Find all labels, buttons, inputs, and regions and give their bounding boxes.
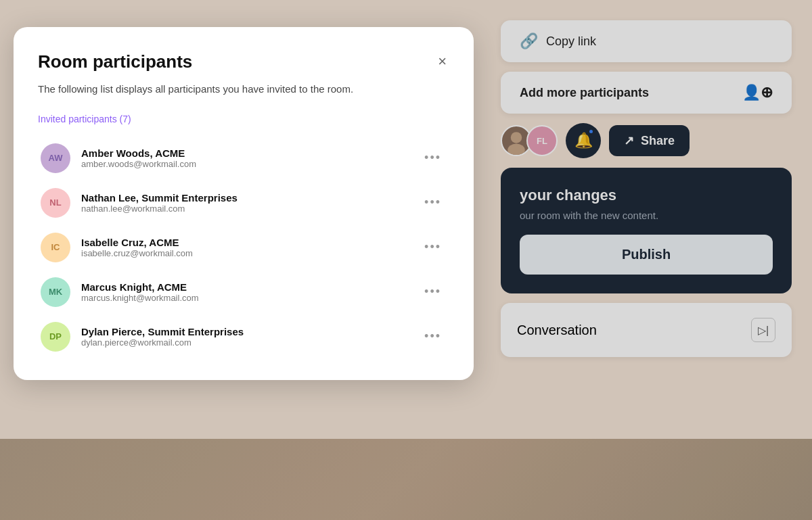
participant-more-button[interactable]: ••• (419, 193, 447, 212)
participant-more-button[interactable]: ••• (419, 327, 447, 346)
modal-header: Room participants × (38, 51, 449, 72)
participant-email: amber.woods@workmail.com (81, 159, 408, 169)
participant-info: Isabelle Cruz, ACME isabelle.cruz@workma… (81, 237, 408, 258)
participant-list: AW Amber Woods, ACME amber.woods@workmai… (38, 137, 449, 358)
participant-name: Amber Woods, ACME (81, 147, 408, 159)
participant-item: IC Isabelle Cruz, ACME isabelle.cruz@wor… (38, 226, 449, 269)
participant-more-button[interactable]: ••• (419, 237, 447, 257)
room-participants-modal: Room participants × The following list d… (14, 27, 474, 380)
participant-info: Dylan Pierce, Summit Enterprises dylan.p… (81, 326, 408, 348)
participant-name: Marcus Knight, ACME (81, 281, 408, 293)
participant-item: MK Marcus Knight, ACME marcus.knight@wor… (38, 270, 449, 314)
participant-name: Nathan Lee, Summit Enterprises (81, 192, 408, 204)
participant-avatar: AW (41, 143, 70, 173)
close-button[interactable]: × (435, 51, 449, 72)
participant-info: Nathan Lee, Summit Enterprises nathan.le… (81, 192, 408, 214)
participant-name: Isabelle Cruz, ACME (81, 237, 408, 248)
participant-avatar: MK (41, 277, 70, 307)
participant-email: isabelle.cruz@workmail.com (81, 248, 408, 258)
participant-item: NL Nathan Lee, Summit Enterprises nathan… (38, 181, 449, 224)
participant-item: AW Amber Woods, ACME amber.woods@workmai… (38, 137, 449, 180)
participant-info: Marcus Knight, ACME marcus.knight@workma… (81, 281, 408, 303)
participant-avatar: NL (41, 188, 70, 218)
participant-email: nathan.lee@workmail.com (81, 204, 408, 214)
participant-more-button[interactable]: ••• (419, 148, 447, 168)
participant-avatar: IC (41, 233, 70, 262)
modal-description: The following list displays all particip… (38, 82, 449, 97)
invited-participants-label: Invited participants (7) (38, 114, 449, 124)
participant-more-button[interactable]: ••• (419, 282, 447, 302)
participant-email: marcus.knight@workmail.com (81, 293, 408, 303)
participant-item: DP Dylan Pierce, Summit Enterprises dyla… (38, 315, 449, 358)
participant-name: Dylan Pierce, Summit Enterprises (81, 326, 408, 337)
participant-avatar: DP (41, 322, 70, 352)
modal-title: Room participants (38, 51, 192, 72)
participant-email: dylan.pierce@workmail.com (81, 337, 408, 348)
participant-info: Amber Woods, ACME amber.woods@workmail.c… (81, 147, 408, 169)
